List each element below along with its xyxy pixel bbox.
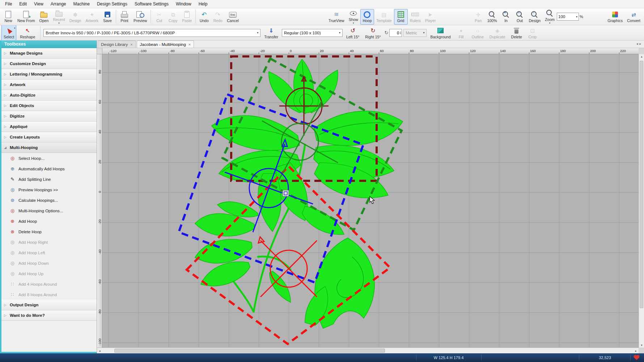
menu-software-settings[interactable]: Software Settings (131, 0, 172, 8)
sidebar-item-select-hoop[interactable]: ◎Select Hoop... (1, 153, 97, 163)
rotate-right-15-button[interactable]: ↻ Right 15° (363, 25, 383, 41)
zoom-level-combobox[interactable]: ▾ (557, 13, 579, 21)
sidebar-item-label: Add Hoop Right (18, 240, 48, 244)
reshape-tool-button[interactable]: ↖ Reshape (18, 25, 37, 41)
graphics-button[interactable]: Graphics (605, 9, 625, 25)
sidebar-item-delete-hoop[interactable]: ⊗Delete Hoop (1, 226, 97, 237)
chevron-down-icon[interactable]: ▾ (576, 15, 577, 18)
sidebar-section-customize-design[interactable]: ▷Customize Design (1, 59, 97, 69)
ruler-x-tick-200: 200 (590, 49, 596, 53)
hoop-button[interactable]: Hoop (360, 9, 374, 25)
sidebar-section-output-design[interactable]: ▷Output Design (1, 300, 97, 310)
sidebar-section-artwork[interactable]: ▷Artwork (1, 80, 97, 90)
menu-view[interactable]: View (30, 0, 47, 8)
sidebar-item-add-hoop[interactable]: ⊕Add Hoop (1, 216, 97, 226)
vertical-scrollbar-thumb[interactable] (640, 61, 643, 308)
menu-edit[interactable]: Edit (16, 0, 30, 8)
menu-design-settings[interactable]: Design Settings (93, 0, 131, 8)
chevron-down-icon[interactable]: ▾ (339, 31, 340, 34)
sidebar-section-edit-objects[interactable]: ▷Edit Objects (1, 101, 97, 111)
reshape-icon: ↖ (23, 27, 32, 35)
menu-arrange[interactable]: Arrange (47, 0, 70, 8)
tab-scroll-arrows[interactable]: ◂▸ (636, 42, 643, 46)
chevron-collapsed-icon: ▷ (4, 51, 7, 55)
percent-label: % (580, 14, 583, 19)
cancel-label: Cancel (227, 19, 239, 23)
cancel-button[interactable]: Cancel (225, 9, 241, 25)
sidebar-section-want-to-do-more[interactable]: ▷Want to do More? (1, 310, 97, 321)
ruler-x-tick-80: 80 (410, 49, 414, 53)
open-button[interactable]: Open (37, 9, 51, 25)
menu-machine[interactable]: Machine (70, 0, 93, 8)
sidebar-section-multi-hooping[interactable]: ◢Multi-Hooping (1, 142, 97, 153)
scroll-down-icon[interactable]: ▾ (639, 344, 644, 347)
mag-minus-icon: − (515, 10, 525, 18)
undo-button[interactable]: ↶Undo (197, 9, 211, 25)
sidebar-item-automatically-add-hoops[interactable]: ⊕Automatically Add Hoops (1, 163, 97, 174)
spinner-icon[interactable]: ▴▾ (400, 31, 401, 35)
zoom-level-input[interactable] (558, 14, 575, 19)
chevron-down-icon[interactable]: ▾ (14, 27, 16, 30)
background-button[interactable]: Background (428, 25, 453, 41)
rotate-angle-input[interactable] (390, 31, 399, 35)
transfer-button[interactable]: ⇓ Transfer (262, 25, 280, 41)
close-icon[interactable]: × (188, 42, 191, 47)
sidebar-section-create-layouts[interactable]: ▷Create Layouts (1, 132, 97, 142)
artwork-label: Artwork (85, 19, 98, 23)
sidebar-section-auto-digitize[interactable]: ▷Auto-Digitize (1, 90, 97, 101)
scroll-up-icon[interactable]: ▴ (639, 55, 644, 58)
chevron-down-icon[interactable]: ▾ (257, 31, 258, 34)
design-canvas[interactable] (102, 54, 639, 348)
rotate-left-15-button[interactable]: ↺ Left 15° (344, 25, 361, 41)
ruler-x-tick--40: -40 (230, 49, 235, 53)
sidebar-item-preview-hoopings[interactable]: ◎Preview Hoopings >> (1, 184, 97, 195)
save-button[interactable]: Save (101, 9, 114, 25)
toolbar-separator (151, 10, 151, 24)
sidebar-section-label: Output Design (10, 303, 38, 307)
preview-button[interactable]: Preview (131, 9, 149, 25)
sidebar-item-calculate-hoopings[interactable]: ⊚Calculate Hoopings... (1, 195, 97, 205)
tab-jacobean-multihooping[interactable]: Jacobean - MultiHooping × (137, 41, 194, 48)
scroll-left-icon[interactable]: ◂ (97, 349, 102, 353)
tab-design-library[interactable]: Design Library × (98, 41, 136, 48)
ruler-y-tick--40: -40 (98, 247, 102, 257)
status-separator (481, 355, 482, 361)
menu-help[interactable]: Help (195, 0, 211, 8)
delete-button[interactable]: Delete (509, 25, 524, 41)
undo-icon: ↶ (199, 10, 209, 18)
select-tool-button[interactable]: Select ▾ (1, 25, 16, 41)
sidebar-item-multi-hooping-options[interactable]: ◎Multi-Hooping Options... (1, 205, 97, 216)
new-button[interactable]: New (1, 9, 15, 25)
sidebar-item-add-hoop-up: ◎Add Hoop Up (1, 268, 97, 279)
zoom-button[interactable]: Zoom▾ (543, 9, 557, 25)
hoop-size-selector[interactable]: Regular (100 x 100) ▾ (282, 29, 343, 37)
chevron-collapsed-icon: ▷ (4, 62, 7, 65)
out-button[interactable]: −Out (513, 9, 527, 25)
sidebar-section-lettering-monogramming[interactable]: ▷Lettering / Monogramming (1, 69, 97, 80)
show-button[interactable]: Show▾ (347, 9, 360, 25)
in-button[interactable]: +In (499, 9, 513, 25)
sidebar-section-digitize[interactable]: ▷Digitize (1, 111, 97, 122)
menu-window[interactable]: Window (172, 0, 195, 8)
close-icon[interactable]: × (130, 42, 132, 47)
machine-selector[interactable]: Brother Innov-is 950 / 900 / P-1000 / PE… (43, 29, 260, 37)
menu-file[interactable]: File (1, 0, 16, 8)
toolboxes-panel-title: Toolboxes (1, 41, 97, 48)
horizontal-scrollbar[interactable]: ◂ ▸ (97, 348, 639, 353)
sidebar-item-label: Add Hoop Up (18, 272, 43, 276)
grid-button[interactable]: Grid (394, 9, 408, 25)
vertical-scrollbar[interactable]: ▴ ▾ (639, 54, 644, 348)
convert-button[interactable]: ⇄Convert (625, 9, 643, 25)
design-button[interactable]: ▫Design (527, 9, 543, 25)
horizontal-scrollbar-thumb[interactable] (114, 349, 385, 353)
new-from-button[interactable]: New From (15, 9, 37, 25)
sidebar-section-manage-designs[interactable]: ▷Manage Designs (1, 48, 97, 59)
print-button[interactable]: Print (118, 9, 131, 25)
100-button[interactable]: 100% (485, 9, 499, 25)
sidebar-section-appliqu[interactable]: ▷Appliqué (1, 122, 97, 132)
cut-button: ✂Cut (152, 9, 166, 25)
trueview-button[interactable]: ≋TrueView (326, 9, 347, 25)
sidebar-item-add-splitting-line[interactable]: ✎Add Splitting Line (1, 174, 97, 184)
scroll-right-icon[interactable]: ▸ (633, 349, 639, 353)
ruler-y-tick-40: 40 (98, 127, 102, 137)
